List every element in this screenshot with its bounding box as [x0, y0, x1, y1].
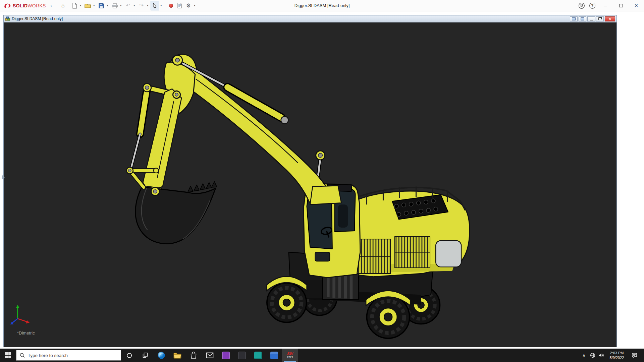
- undo-button[interactable]: ↶: [124, 1, 132, 10]
- doc-close-button[interactable]: ×: [605, 16, 615, 21]
- doc-minimize-button[interactable]: [587, 16, 595, 21]
- account-icon: [578, 2, 585, 9]
- clock-date: 5/9/2022: [606, 355, 628, 360]
- excavator-3d-model[interactable]: [4, 22, 616, 347]
- app-close-button[interactable]: ×: [629, 0, 644, 11]
- select-dropdown-arrow[interactable]: ▾: [159, 1, 163, 10]
- edge-icon: [157, 351, 165, 359]
- clock-time: 2:03 PM: [606, 351, 628, 355]
- document-titlebar[interactable]: Digger.SLDASM [Read-only] ×: [4, 15, 616, 22]
- new-document-icon: [72, 3, 77, 9]
- redo-dropdown-arrow[interactable]: ▾: [146, 1, 150, 10]
- cortana-button[interactable]: [121, 349, 137, 362]
- solidworks-app-icon: [254, 352, 262, 359]
- solidworks-logo: SOLIDWORKS: [3, 3, 46, 9]
- doc-minimize-icon: [590, 20, 593, 20]
- gear-icon: ⚙: [186, 2, 191, 9]
- store-icon: [190, 352, 197, 359]
- save-dropdown-arrow[interactable]: ▾: [106, 1, 109, 10]
- taskbar-solidworks-2021-active[interactable]: SW 2021: [282, 349, 298, 362]
- engine-deck[interactable]: [351, 187, 470, 277]
- select-cursor-icon: [153, 3, 157, 8]
- pinned-app-purple[interactable]: [218, 349, 234, 362]
- search-input[interactable]: [28, 353, 117, 358]
- network-icon: [590, 353, 595, 358]
- dark-app-icon: [238, 352, 246, 359]
- task-view-icon: [142, 352, 148, 358]
- system-tray: ∧ 2:03 PM 5/9/2022: [580, 349, 644, 362]
- main-toolbar: ⌂ ▾ ▾ ▾: [59, 1, 198, 10]
- home-button[interactable]: ⌂: [59, 1, 67, 10]
- task-view-button[interactable]: [137, 349, 153, 362]
- split-pane-icon: [581, 17, 584, 20]
- file-explorer-icon: [173, 352, 181, 359]
- assembly-document-icon: [5, 16, 10, 21]
- boom-arm[interactable]: [131, 54, 341, 204]
- brand-works: WORKS: [28, 3, 46, 8]
- pinned-app-file-explorer[interactable]: [169, 349, 185, 362]
- single-pane-icon: [572, 17, 576, 20]
- select-tool-button[interactable]: [151, 1, 159, 10]
- tray-overflow-chevron[interactable]: ∧: [580, 349, 588, 362]
- print-button[interactable]: [110, 1, 119, 10]
- mail-icon: [206, 352, 214, 358]
- taskbar-search[interactable]: [16, 350, 121, 361]
- options-dropdown-arrow[interactable]: ▾: [193, 1, 197, 10]
- pinned-app-solidworks[interactable]: [250, 349, 266, 362]
- save-button[interactable]: [97, 1, 106, 10]
- file-properties-button[interactable]: [175, 1, 184, 10]
- start-button[interactable]: [0, 349, 16, 362]
- file-properties-icon: [177, 3, 182, 8]
- help-button[interactable]: ?: [587, 0, 598, 11]
- undo-dropdown-arrow[interactable]: ▾: [132, 1, 136, 10]
- pinned-app-edge[interactable]: [153, 349, 169, 362]
- viewport-pane-button-2[interactable]: [579, 16, 586, 21]
- pinned-app-store[interactable]: [185, 349, 202, 362]
- open-button[interactable]: [84, 1, 92, 10]
- volume-button[interactable]: [597, 349, 606, 362]
- doc-restore-icon: [598, 17, 601, 20]
- viewport-pane-button-1[interactable]: [570, 16, 578, 21]
- print-icon: [112, 3, 118, 8]
- print-dropdown-arrow[interactable]: ▾: [119, 1, 123, 10]
- app-minimize-button[interactable]: –: [598, 0, 613, 11]
- orientation-triad: [10, 305, 30, 324]
- home-icon: ⌂: [61, 3, 65, 9]
- document-window: Digger.SLDASM [Read-only] ×: [3, 15, 617, 347]
- open-folder-icon: [85, 3, 91, 8]
- brand-solid: SOLID: [13, 3, 28, 8]
- windows-taskbar: SW 2021 ∧ 2:03 PM 5/9/2022: [0, 349, 644, 362]
- undo-icon: ↶: [126, 2, 130, 9]
- redo-button[interactable]: ↷: [137, 1, 146, 10]
- new-dropdown-arrow[interactable]: ▾: [79, 1, 83, 10]
- maximize-icon: [619, 4, 623, 7]
- solidworks-logo-icon: [3, 3, 11, 9]
- pinned-app-blue[interactable]: [266, 349, 282, 362]
- 3d-viewport[interactable]: *Dimetric: [4, 22, 616, 347]
- pinned-app-dark[interactable]: [234, 349, 250, 362]
- solidworks-2021-icon: SW 2021: [287, 352, 293, 359]
- app-maximize-button[interactable]: [613, 0, 629, 11]
- app-window-controls: ? – ×: [576, 0, 644, 11]
- bucket[interactable]: [136, 182, 217, 244]
- new-document-button[interactable]: [70, 1, 79, 10]
- featuremanager-collapsed-arrow[interactable]: [2, 175, 5, 179]
- menu-flyout-arrow[interactable]: ›: [49, 3, 54, 8]
- windows-logo-icon: [5, 352, 11, 358]
- view-orientation-label: *Dimetric: [17, 330, 35, 336]
- doc-restore-button[interactable]: [596, 16, 604, 21]
- show-desktop-button[interactable]: [642, 349, 644, 362]
- rebuild-icon: [169, 4, 173, 8]
- open-dropdown-arrow[interactable]: ▾: [92, 1, 96, 10]
- pinned-app-mail[interactable]: [202, 349, 218, 362]
- volume-icon: [599, 353, 604, 358]
- network-button[interactable]: [588, 349, 597, 362]
- taskbar-clock[interactable]: 2:03 PM 5/9/2022: [606, 351, 628, 360]
- account-button[interactable]: [576, 0, 587, 11]
- rebuild-button[interactable]: [167, 1, 175, 10]
- search-icon: [20, 353, 25, 358]
- options-button[interactable]: ⚙: [184, 1, 193, 10]
- help-icon: ?: [589, 3, 595, 9]
- action-center-button[interactable]: [628, 349, 641, 362]
- app-window-title: Digger.SLDASM [Read-only]: [294, 0, 350, 11]
